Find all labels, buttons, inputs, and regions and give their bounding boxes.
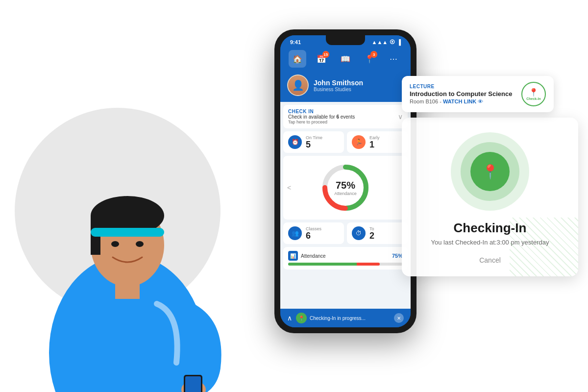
donut-center: 75% Attendance [334,180,357,196]
attendance-icon: 📊 [288,251,298,261]
lecture-popup[interactable]: LECTURE Introduction to Computer Science… [402,76,554,112]
profile-info: John Smithson Business Studies [314,79,363,92]
bottom-chevron-icon[interactable]: ∧ [287,314,292,322]
checkin-overlay: 📍 Checking-In You last Checked-In at:3:0… [402,118,578,276]
stat-value-ontime: 5 [306,140,322,149]
attendance-label: Attendance [334,191,357,196]
checkin-label: CHECK IN [288,109,355,114]
stat-value-early: 1 [369,140,380,149]
svg-point-7 [136,241,144,247]
lecture-room: Room B106 - WATCH LINK 👁 [410,98,515,104]
svg-rect-10 [185,376,201,392]
room-text: Room B106 - [410,98,441,104]
watch-link[interactable]: WATCH LINK [443,98,476,104]
phone-frame: 9:41 ▲▲▲ ⦿ ▐ 🏠 📅 15 📖 📍 3 [274,29,416,333]
overlay-title: Checking-In [414,220,566,236]
location-pin-large: 📍 [470,152,510,191]
status-time: 9:41 [290,39,301,45]
attendance-row: 📊 Attendance 75% [288,251,403,261]
svg-point-6 [111,241,119,247]
stat-value-classes: 6 [306,231,321,240]
checkin-count: 6 [336,114,339,120]
avatar-face: 👤 [288,75,308,95]
profile-name: John Smithson [314,79,363,87]
clock-icon: ⏰ [288,135,302,149]
lecture-info: LECTURE Introduction to Computer Science… [410,84,515,104]
nav-more[interactable]: ⋯ [385,50,402,68]
cancel-button[interactable]: Cancel [479,256,501,264]
avatar: 👤 [287,74,309,96]
close-button[interactable]: ✕ [394,313,404,323]
checkin-status-text: Checking-In in progress... [310,316,366,321]
signal-icon: ▲▲▲ [372,39,388,45]
stat-card-classes: 👥 Classes 6 [283,222,344,244]
watch-icon: 👁 [478,98,483,104]
attendance-text: Attendance [301,253,326,259]
lecture-type: LECTURE [410,84,515,89]
chevron-down-icon: ∨ [398,113,403,121]
checkin-btn-label: Check-In [526,97,541,100]
location-pin-icon: 📍 [296,313,307,323]
donut-chart: 75% Attendance [318,161,372,215]
profile-section: 👤 John Smithson Business Studies [280,71,411,102]
stat-value-to: 2 [369,231,374,240]
stats-row: ⏰ On Time 5 🏃 Early 1 [283,131,408,153]
overlay-subtitle: You last Checked-In at:3:00 pm yesterday [414,239,566,246]
nav-calendar[interactable]: 📅 15 [313,50,330,68]
progress-fill [288,263,380,266]
wifi-icon: ⦿ [390,39,395,45]
bottom-bar[interactable]: ∧ 📍 Checking-In in progress... ✕ [280,309,411,327]
calendar-badge: 15 [322,51,329,58]
stat-card-ontime: ⏰ On Time 5 [283,131,344,153]
timer-icon: ⏱ [352,226,366,240]
attendance-pct: 75% [392,253,403,259]
phone-device: 9:41 ▲▲▲ ⦿ ▐ 🏠 📅 15 📖 📍 3 [274,29,416,333]
stat-info-classes: Classes 6 [306,226,321,240]
attendance-section: 📊 Attendance 75% [283,247,408,270]
nav-home[interactable]: 🏠 [289,50,306,68]
bottom-stats: 👥 Classes 6 ⏱ To 2 [283,222,408,244]
checkin-text: CHECK IN Check in available for 6 events… [288,109,355,124]
ripple-container: 📍 [451,132,529,211]
stat-info-ontime: On Time 5 [306,135,322,149]
stat-card-to: ⏱ To 2 [347,222,408,244]
checkin-round-button[interactable]: 📍 Check-In [521,82,546,106]
screen-content: CHECK IN Check in available for 6 events… [280,102,411,309]
lecture-title: Introduction to Computer Science [410,90,515,98]
chevron-left-icon[interactable]: < [287,184,291,192]
svg-rect-5 [91,228,164,237]
attendance-left: 📊 Attendance [288,251,326,261]
pin-icon: 📍 [529,88,539,97]
chart-section: < 75% Attendance [283,156,408,220]
classes-icon: 👥 [288,226,302,240]
battery-icon: ▐ [397,39,401,45]
location-badge: 3 [370,51,377,58]
run-icon: 🏃 [352,135,366,149]
phone-screen: 9:41 ▲▲▲ ⦿ ▐ 🏠 📅 15 📖 📍 3 [280,35,411,327]
attendance-percentage: 75% [334,180,357,191]
phone-notch [326,35,365,45]
nav-bar[interactable]: 🏠 📅 15 📖 📍 3 ⋯ [280,47,411,71]
checkin-section[interactable]: CHECK IN Check in available for 6 events… [283,105,408,128]
checkin-sub: Tap here to proceed [288,120,355,124]
status-icons: ▲▲▲ ⦿ ▐ [372,39,401,45]
progress-bar [288,263,403,266]
stat-info-early: Early 1 [369,135,380,149]
stat-info-to: To 2 [369,226,374,240]
stat-card-early: 🏃 Early 1 [347,131,408,153]
checkin-status: 📍 Checking-In in progress... [296,313,390,323]
nav-library[interactable]: 📖 [337,50,354,68]
person-illustration [0,49,245,392]
profile-role: Business Studies [314,87,363,92]
nav-location[interactable]: 📍 3 [361,50,378,68]
checkin-desc: Check in available for 6 events [288,114,355,120]
